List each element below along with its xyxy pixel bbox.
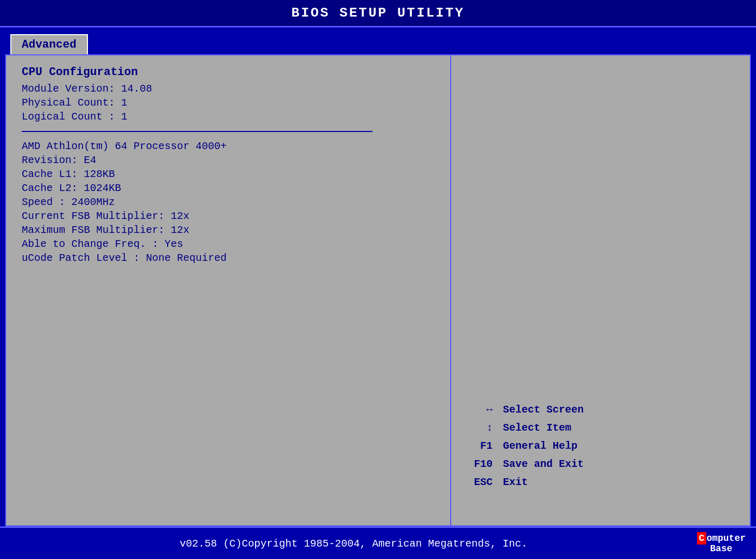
right-panel: ↔ Select Screen ↕ Select Item F1 General… <box>451 55 750 525</box>
tab-advanced[interactable]: Advanced <box>10 34 88 54</box>
key-help-select-screen: ↔ Select Screen <box>462 404 739 416</box>
key-help-f1: F1 General Help <box>462 440 739 452</box>
title-bar: BIOS SETUP UTILITY <box>0 0 756 27</box>
maximum-fsb: Maximum FSB Multiplier: 12x <box>22 224 435 236</box>
footer-logo-c: C <box>697 532 707 545</box>
revision: Revision: E4 <box>22 154 435 166</box>
key-label-general-help: General Help <box>503 440 577 452</box>
cache-l1: Cache L1: 128KB <box>22 168 435 180</box>
module-version: Module Version: 14.08 <box>22 83 435 95</box>
divider <box>22 131 373 132</box>
key-label-save-exit: Save and Exit <box>503 458 584 470</box>
key-help-select-item: ↕ Select Item <box>462 422 739 434</box>
able-change-freq: Able to Change Freq. : Yes <box>22 238 435 250</box>
main-content: CPU Configuration Module Version: 14.08 … <box>5 54 751 526</box>
key-symbol-f1: F1 <box>462 440 493 452</box>
bios-title: BIOS SETUP UTILITY <box>291 5 465 21</box>
left-panel: CPU Configuration Module Version: 14.08 … <box>6 55 451 525</box>
footer: v02.58 (C)Copyright 1985-2004, American … <box>0 526 756 559</box>
bios-screen: BIOS SETUP UTILITY Advanced CPU Configur… <box>0 0 756 559</box>
footer-text: v02.58 (C)Copyright 1985-2004, American … <box>10 538 697 550</box>
key-symbol-f10: F10 <box>462 458 493 470</box>
key-symbol-updown: ↕ <box>462 422 493 434</box>
footer-logo: ComputerBase <box>697 533 746 554</box>
key-label-select-item: Select Item <box>503 422 571 434</box>
cpu-name: AMD Athlon(tm) 64 Processor 4000+ <box>22 140 435 152</box>
cache-l2: Cache L2: 1024KB <box>22 182 435 194</box>
logical-count: Logical Count : 1 <box>22 111 435 123</box>
key-symbol-esc: ESC <box>462 476 493 488</box>
section-title: CPU Configuration <box>22 66 435 79</box>
speed: Speed : 2400MHz <box>22 196 435 208</box>
tab-bar: Advanced <box>0 27 756 54</box>
key-label-exit: Exit <box>503 476 528 488</box>
key-symbol-arrows: ↔ <box>462 404 493 416</box>
key-label-select-screen: Select Screen <box>503 404 584 416</box>
key-help-f10: F10 Save and Exit <box>462 458 739 470</box>
ucode-patch: uCode Patch Level : None Required <box>22 252 435 264</box>
physical-count: Physical Count: 1 <box>22 97 435 109</box>
current-fsb: Current FSB Multiplier: 12x <box>22 210 435 222</box>
key-help-esc: ESC Exit <box>462 476 739 488</box>
